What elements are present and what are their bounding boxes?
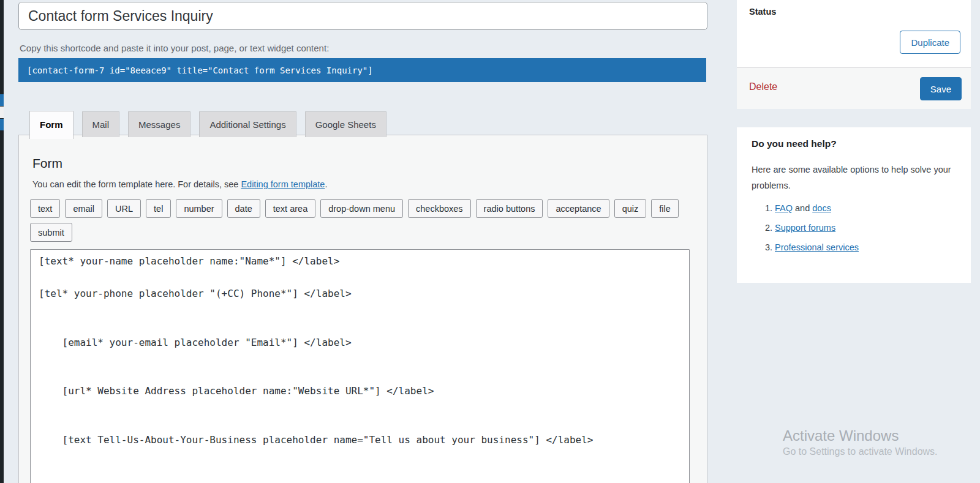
tag-row-2: submit xyxy=(30,223,698,242)
help-heading: Do you need help? xyxy=(752,138,956,149)
panel-heading: Form xyxy=(32,156,62,171)
cf7-editor-screen: Copy this shortcode and paste it into yo… xyxy=(0,0,980,483)
form-template-editor[interactable]: [text* your-name placeholder name:"Name*… xyxy=(30,249,690,483)
save-button[interactable]: Save xyxy=(920,77,962,100)
help-item-professional-services: Professional services xyxy=(775,241,956,254)
tag-button-acceptance[interactable]: acceptance xyxy=(548,199,609,218)
tag-button-date[interactable]: date xyxy=(227,199,260,218)
tab-google-sheets[interactable]: Google Sheets xyxy=(305,111,386,137)
tab-form[interactable]: Form xyxy=(29,111,74,139)
tab-additional-settings[interactable]: Additional Settings xyxy=(199,111,296,137)
wp-admin-menu-edge[interactable] xyxy=(0,0,4,483)
help-item-conjunction: and xyxy=(793,203,812,213)
status-body: Duplicate xyxy=(737,17,971,67)
form-panel: Form You can edit the form template here… xyxy=(18,135,707,483)
tab-mail[interactable]: Mail xyxy=(82,111,120,137)
tag-row-1: text email URL tel number date text area… xyxy=(30,199,698,218)
form-title-input[interactable] xyxy=(18,2,707,30)
tag-button-text-area[interactable]: text area xyxy=(265,199,315,218)
status-metabox: Status Duplicate Delete Save xyxy=(737,0,971,109)
tag-button-text[interactable]: text xyxy=(30,199,60,218)
tag-button-submit[interactable]: submit xyxy=(30,223,72,242)
shortcode-display[interactable]: [contact-form-7 id="8eeace9" title="Cont… xyxy=(18,58,706,82)
docs-link[interactable]: docs xyxy=(812,203,831,213)
tab-messages[interactable]: Messages xyxy=(128,111,190,137)
faq-link[interactable]: FAQ xyxy=(775,203,793,213)
help-links-list: FAQ and docs Support forums Professional… xyxy=(752,202,956,254)
legend-period: . xyxy=(325,179,327,189)
support-forums-link[interactable]: Support forums xyxy=(775,223,835,233)
legend-text: You can edit the form template here. For… xyxy=(32,179,241,189)
help-item-support-forums: Support forums xyxy=(775,222,956,234)
admin-menu-active-item xyxy=(0,107,4,118)
duplicate-button[interactable]: Duplicate xyxy=(900,31,960,54)
shortcode-instruction: Copy this shortcode and paste it into yo… xyxy=(20,43,329,53)
tag-button-quiz[interactable]: quiz xyxy=(614,199,647,218)
form-legend: You can edit the form template here. For… xyxy=(32,179,327,189)
admin-menu-highlight xyxy=(0,119,4,130)
shortcode-text: [contact-form-7 id="8eeace9" title="Cont… xyxy=(27,66,373,75)
help-metabox: Do you need help? Here are some availabl… xyxy=(737,127,971,283)
editing-form-template-link[interactable]: Editing form template xyxy=(241,179,325,189)
tag-generator: text email URL tel number date text area… xyxy=(30,199,698,247)
watermark-title: Activate Windows xyxy=(783,427,938,444)
professional-services-link[interactable]: Professional services xyxy=(775,242,859,252)
admin-menu-highlight xyxy=(0,94,4,106)
help-intro: Here are some available options to help … xyxy=(752,162,956,193)
tag-button-checkboxes[interactable]: checkboxes xyxy=(408,199,471,218)
tag-button-drop-down-menu[interactable]: drop-down menu xyxy=(320,199,403,218)
editor-tabs: Form Mail Messages Additional Settings G… xyxy=(29,109,386,137)
status-heading: Status xyxy=(737,0,971,17)
tag-button-url[interactable]: URL xyxy=(107,199,141,218)
tag-button-file[interactable]: file xyxy=(651,199,679,218)
tag-button-number[interactable]: number xyxy=(176,199,222,218)
delete-link[interactable]: Delete xyxy=(749,81,777,92)
activate-windows-watermark: Activate Windows Go to Settings to activ… xyxy=(783,427,938,457)
status-footer: Delete Save xyxy=(737,67,971,109)
help-item-faq-docs: FAQ and docs xyxy=(775,202,956,215)
tag-button-tel[interactable]: tel xyxy=(146,199,171,218)
watermark-subtitle: Go to Settings to activate Windows. xyxy=(783,446,938,457)
tag-button-radio-buttons[interactable]: radio buttons xyxy=(476,199,543,218)
tag-button-email[interactable]: email xyxy=(65,199,102,218)
